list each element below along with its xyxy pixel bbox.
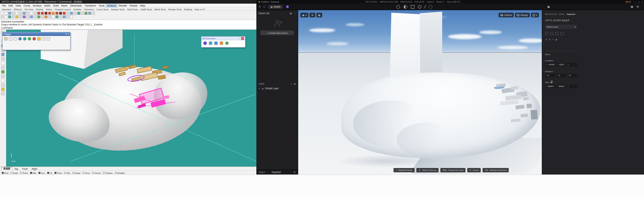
camera-sync-icon[interactable]	[220, 41, 223, 45]
osnap-checkbox[interactable]	[103, 172, 105, 174]
caret-down-icon[interactable]: ▾	[65, 33, 67, 36]
toolbar-tab[interactable]: Mesh Tools	[155, 8, 166, 11]
path-tool-icon[interactable]	[424, 5, 426, 8]
undo-icon[interactable]: ↺	[545, 38, 547, 41]
toolbar-icon[interactable]	[48, 12, 51, 15]
sun-tool-icon[interactable]	[37, 37, 41, 41]
rhino-perspective-viewport[interactable]	[6, 30, 256, 167]
scale-gizmo-icon[interactable]	[555, 32, 559, 35]
toolbar-icon[interactable]	[52, 15, 55, 19]
toolbar-icon[interactable]	[70, 15, 73, 19]
toolbar-icon[interactable]	[15, 12, 19, 15]
tab-environment[interactable]: Environment	[545, 13, 557, 15]
menu-subd[interactable]: SubD	[43, 4, 52, 7]
add-layer-icon[interactable]: +	[291, 82, 292, 85]
display-button[interactable]: Display	[515, 13, 530, 17]
rotate-gizmo-icon[interactable]	[550, 32, 553, 35]
toolbar-icon[interactable]	[12, 15, 15, 19]
rotation-y-field[interactable]: Y0°	[556, 74, 566, 77]
toolbar-tab[interactable]: Transform	[84, 8, 94, 11]
osnap-item[interactable]: Knot	[83, 172, 90, 174]
sync-model-cube-icon[interactable]	[208, 41, 212, 45]
toolbar-icon[interactable]	[63, 15, 66, 19]
side-tool-icon[interactable]	[1, 66, 5, 69]
side-tool-icon[interactable]	[1, 74, 5, 78]
zoom-extents-icon[interactable]	[13, 37, 17, 41]
osnap-item[interactable]: Disable	[115, 172, 125, 174]
toolbar-icon[interactable]	[23, 12, 26, 15]
toolbar-tab[interactable]: SubD Tools	[141, 8, 152, 11]
toolbar-icon[interactable]	[33, 12, 37, 15]
toolbar-icon[interactable]	[30, 12, 33, 15]
rotation-x-field[interactable]: X0°	[545, 74, 555, 77]
toolbar-icon[interactable]	[26, 15, 29, 19]
menu-panels[interactable]: Panels	[128, 4, 138, 7]
viewport-tab-front[interactable]: Front	[21, 168, 29, 170]
toolbar-icon[interactable]	[66, 12, 69, 15]
toolbar-tab[interactable]: Solid Tools	[127, 8, 138, 11]
viewport-settings-button[interactable]: ⚙	[309, 13, 315, 17]
material-sphere-icon[interactable]	[225, 41, 229, 45]
geometry-tool-icon[interactable]	[417, 5, 421, 9]
menu-curve[interactable]: Curve	[22, 4, 31, 7]
viewport-tab-right[interactable]: Right	[30, 168, 39, 170]
rendered-globe-icon[interactable]	[23, 37, 27, 41]
toolbar-icon[interactable]	[59, 12, 62, 15]
toolbar-tab[interactable]: Standard	[2, 8, 11, 11]
osnap-checkbox[interactable]	[83, 172, 84, 174]
focus-target-icon[interactable]: ⌖	[552, 38, 553, 41]
menu-mesh[interactable]: Mesh	[60, 4, 68, 7]
toolbar-icon[interactable]	[4, 12, 8, 15]
osnap-checkbox[interactable]	[55, 172, 56, 174]
side-tool-icon[interactable]	[1, 57, 5, 61]
size-z-field[interactable]: Z	[567, 85, 577, 88]
toolbar-icon[interactable]	[12, 12, 15, 15]
toolbar-icon[interactable]	[41, 15, 44, 19]
toolbar-tab[interactable]: Set View	[25, 8, 33, 11]
osnap-checkbox[interactable]	[72, 172, 74, 174]
toolbar-tab[interactable]: Display	[36, 8, 43, 11]
toolbar-icon[interactable]	[77, 12, 80, 15]
side-tool-icon[interactable]	[1, 92, 5, 95]
workspace-icon[interactable]: □	[263, 5, 265, 8]
lock-icon[interactable]	[551, 82, 552, 83]
eye-icon[interactable]: ◉	[262, 87, 264, 90]
tab-inspector[interactable]: Inspector	[567, 13, 575, 15]
menu-render[interactable]: Render	[117, 4, 128, 7]
command-prompt[interactable]: Command:	[1, 26, 255, 29]
close-icon[interactable]: ×	[641, 1, 643, 3]
pan-hand-icon[interactable]	[4, 37, 8, 41]
osnap-item[interactable]: Tan	[64, 172, 70, 174]
toolbar-icon[interactable]	[88, 12, 91, 15]
menu-surface[interactable]: Surface	[32, 4, 43, 7]
toolbar-icon[interactable]	[70, 12, 73, 15]
size-y-field[interactable]: Y580807	[556, 85, 566, 88]
settings-tool-icon[interactable]	[47, 37, 50, 41]
model-tool-icon[interactable]	[411, 5, 415, 9]
side-tool-icon[interactable]	[1, 87, 5, 91]
toolbar-tab[interactable]: CPlanes	[13, 8, 22, 11]
osnap-item[interactable]: Cen	[39, 172, 45, 174]
toolbar-tab[interactable]: Render Tools	[168, 8, 181, 11]
osnap-item[interactable]: Near	[11, 172, 18, 174]
tab-effect[interactable]: Effect	[559, 13, 565, 15]
toolbar-tab[interactable]: New in V7	[195, 8, 205, 11]
terrain-model[interactable]	[341, 69, 540, 167]
view-mode-dropdown[interactable]: ▣▾	[300, 13, 308, 17]
side-tool-icon[interactable]	[1, 83, 5, 87]
light-tool-icon[interactable]	[396, 5, 400, 9]
toolbar-icon[interactable]	[41, 12, 44, 15]
d5-converter-window[interactable]: D5 Converter–×	[201, 36, 245, 48]
display-settings-icon[interactable]: ▦	[631, 5, 633, 8]
command-area[interactable]: Autosave succeeded Drag a window to zoom…	[0, 20, 256, 30]
d5-render-viewport[interactable]: ▣▾ ⚙ ▦ Camera Display ▾ IMaterial Picker…	[298, 10, 542, 175]
layer-row[interactable]: ✓ ◉ Default Layer	[256, 86, 298, 91]
gear-icon[interactable]: ⚙	[293, 171, 296, 173]
side-tool-icon[interactable]	[1, 53, 5, 56]
osnap-item[interactable]: Quad	[72, 172, 80, 174]
preferences-gear-icon[interactable]: ⚙	[636, 5, 639, 8]
assets-button[interactable]: ▦Assets	[268, 5, 283, 9]
popup-toolbar-window[interactable]: Popup▾×	[2, 32, 71, 50]
magnifier-icon[interactable]	[42, 37, 45, 41]
menu-solid[interactable]: Solid	[52, 4, 60, 7]
